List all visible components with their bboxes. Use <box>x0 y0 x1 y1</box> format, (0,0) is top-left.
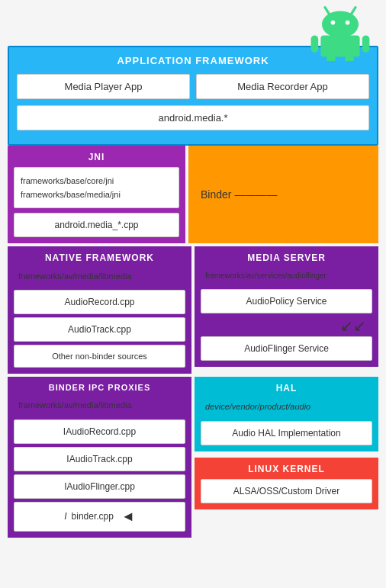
audio-track-cpp-box: AudioTrack.cpp <box>14 317 185 342</box>
iaudio-track-box: IAudioTrack.cpp <box>14 447 185 471</box>
android-media-box: android.media.* <box>17 105 369 130</box>
binder-area: Binder ———— <box>188 146 378 243</box>
audio-policy-service-label: AudioPolicy Service <box>246 296 326 307</box>
media-recorder-box: Media Recorder App <box>196 74 369 99</box>
hal-path: device/vendor/product/audio <box>201 398 372 416</box>
jni-title: JNI <box>14 152 179 162</box>
ibinder-rest: binder.cpp <box>72 511 114 522</box>
iaudio-record-label: IAudioRecord.cpp <box>63 426 136 437</box>
iaudio-track-label: IAudioTrack.cpp <box>66 454 132 464</box>
svg-rect-7 <box>362 35 370 52</box>
android-media-row: android.media.* <box>17 105 369 130</box>
audio-record-cpp-box: AudioRecord.cpp <box>14 290 185 314</box>
binder-label: Binder <box>201 188 231 201</box>
svg-point-4 <box>346 21 350 25</box>
audio-hal-impl-label: Audio HAL Implementation <box>232 428 340 439</box>
iaudio-flinger-label: IAudioFlinger.cpp <box>64 481 135 492</box>
hal-linux-col: HAL device/vendor/product/audio Audio HA… <box>195 377 378 537</box>
iaudio-flinger-box: IAudioFlinger.cpp <box>14 474 185 499</box>
audio-hal-impl-box: Audio HAL Implementation <box>201 421 372 445</box>
alsa-oss-box: ALSA/OSS/Custom Driver <box>201 479 372 503</box>
jni-frameworks-text: frameworks/base/core/jniframeworks/base/… <box>21 176 121 199</box>
svg-rect-6 <box>311 35 319 52</box>
linux-kernel-section: LINUX KERNEL ALSA/OSS/Custom Driver <box>195 458 378 509</box>
ibinder-box: Ibinder.cpp ◄ <box>14 502 185 532</box>
other-non-binder-box: Other non-binder sources <box>14 345 185 368</box>
android-media-cpp-box: android.media_*.cpp <box>14 213 179 237</box>
binder-hal-row: BINDER IPC PROXIES frameworks/av/media/l… <box>8 377 378 537</box>
native-framework-path: frameworks/av/media/libmedia <box>14 268 185 285</box>
svg-rect-9 <box>345 55 353 61</box>
binder-ipc-col: BINDER IPC PROXIES frameworks/av/media/l… <box>8 377 191 537</box>
audio-flinger-service-label: AudioFlinger Service <box>244 343 329 354</box>
jni-section: JNI frameworks/base/core/jniframeworks/b… <box>8 146 185 243</box>
audio-flinger-service-box: AudioFlinger Service <box>201 336 372 361</box>
svg-point-2 <box>322 11 359 37</box>
ibinder-label: I <box>64 511 66 522</box>
media-server-section: MEDIA SERVER frameworks/av/services/audi… <box>195 246 378 367</box>
hal-title: HAL <box>201 383 372 394</box>
other-non-binder-label: Other non-binder sources <box>52 352 147 361</box>
jni-binder-row: JNI frameworks/base/core/jniframeworks/b… <box>8 146 378 243</box>
svg-point-3 <box>331 21 336 25</box>
binder-ipc-path: frameworks/av/media/libmedia <box>14 397 185 414</box>
svg-rect-8 <box>326 55 335 61</box>
linux-kernel-title: LINUX KERNEL <box>201 464 372 474</box>
binder-label-area: Binder ———— <box>201 188 277 201</box>
media-server-col: MEDIA SERVER frameworks/av/services/audi… <box>195 246 378 374</box>
native-framework-col: NATIVE FRAMEWORK frameworks/av/media/lib… <box>8 246 191 374</box>
binder-ipc-section: BINDER IPC PROXIES frameworks/av/media/l… <box>8 377 191 537</box>
media-server-path: frameworks/av/services/audioflinger <box>201 268 372 284</box>
media-server-title: MEDIA SERVER <box>201 252 372 263</box>
media-player-box: Media Player App <box>17 74 190 99</box>
binder-ipc-title: BINDER IPC PROXIES <box>14 383 185 392</box>
hal-section: HAL device/vendor/product/audio Audio HA… <box>195 377 378 451</box>
audio-record-cpp-label: AudioRecord.cpp <box>64 297 134 307</box>
native-framework-title: NATIVE FRAMEWORK <box>14 252 185 263</box>
double-arrow-icon: ↙↙ <box>201 316 372 335</box>
jni-frameworks-box: frameworks/base/core/jniframeworks/base/… <box>14 167 179 208</box>
left-arrow-icon: ◄ <box>121 509 135 525</box>
audio-policy-service-box: AudioPolicy Service <box>201 289 372 313</box>
native-framework-section: NATIVE FRAMEWORK frameworks/av/media/lib… <box>8 246 191 374</box>
binder-dash: ———— <box>234 188 277 201</box>
native-media-row: NATIVE FRAMEWORK frameworks/av/media/lib… <box>8 246 378 374</box>
alsa-oss-label: ALSA/OSS/Custom Driver <box>233 486 339 496</box>
iaudio-record-box: IAudioRecord.cpp <box>14 419 185 444</box>
android-robot <box>310 0 371 61</box>
svg-rect-5 <box>320 35 359 56</box>
app-row: Media Player App Media Recorder App <box>17 74 369 99</box>
audio-track-cpp-label: AudioTrack.cpp <box>68 324 131 335</box>
